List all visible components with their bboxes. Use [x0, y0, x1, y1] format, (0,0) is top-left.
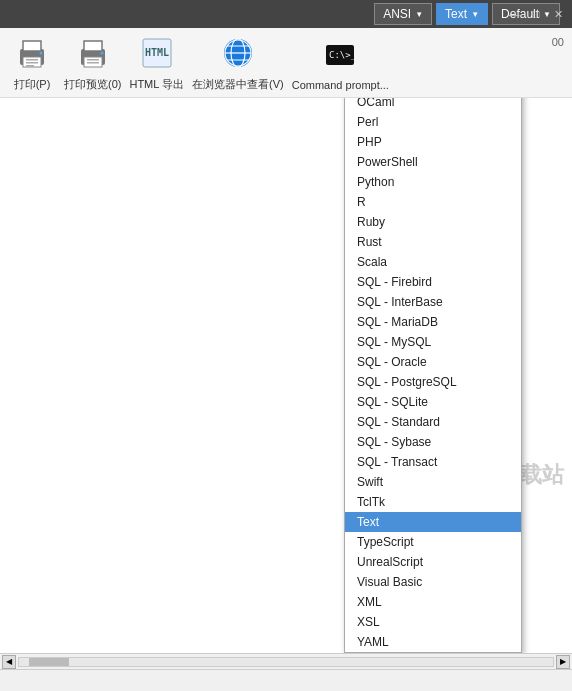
svg-rect-10 — [87, 59, 99, 61]
toolbar-right-value: 00 — [552, 32, 564, 48]
menu-item-rust[interactable]: Rust — [345, 232, 521, 252]
svg-rect-11 — [87, 62, 99, 64]
print-icon — [12, 33, 52, 73]
editor-region: nload) KotlinLaTexLispLuaMarkdownMATLABM… — [0, 98, 572, 653]
menu-item-sql-oracle[interactable]: SQL - Oracle — [345, 352, 521, 372]
menu-item-sql-mysql[interactable]: SQL - MySQL — [345, 332, 521, 352]
menu-item-yaml[interactable]: YAML — [345, 632, 521, 652]
toolbar: 打印(P) 打印预览(0) HTML — [0, 28, 572, 98]
editor-content[interactable]: nload) — [0, 98, 59, 540]
menu-item-ocaml[interactable]: OCaml — [345, 98, 521, 112]
menu-item-tcltk[interactable]: TclTk — [345, 492, 521, 512]
ansi-dropdown[interactable]: ANSI ▼ — [374, 3, 432, 25]
browser-icon — [218, 33, 258, 73]
svg-point-12 — [100, 52, 103, 55]
print-preview-button[interactable]: 打印预览(0) — [64, 33, 121, 92]
title-bar-buttons: — □ ✕ — [504, 4, 568, 24]
menu-item-sql-standard[interactable]: SQL - Standard — [345, 412, 521, 432]
svg-rect-5 — [26, 65, 34, 67]
browser-button[interactable]: 在浏览器中查看(V) — [192, 33, 284, 92]
html-export-icon: HTML — [137, 33, 177, 73]
menu-item-sql-firebird[interactable]: SQL - Firebird — [345, 272, 521, 292]
svg-text:HTML: HTML — [145, 47, 169, 58]
menu-item-sql-sybase[interactable]: SQL - Sybase — [345, 432, 521, 452]
menu-item-xsl[interactable]: XSL — [345, 612, 521, 632]
menu-item-visual-basic[interactable]: Visual Basic — [345, 572, 521, 592]
scroll-thumb[interactable] — [29, 658, 69, 666]
maximize-button[interactable]: □ — [526, 4, 546, 24]
cmd-button[interactable]: C:\>_ Command prompt... — [292, 35, 389, 91]
ansi-arrow-icon: ▼ — [415, 10, 423, 19]
text-arrow-icon: ▼ — [471, 10, 479, 19]
menu-item-python[interactable]: Python — [345, 172, 521, 192]
menu-item-sql-sqlite[interactable]: SQL - SQLite — [345, 392, 521, 412]
menu-item-text[interactable]: Text — [345, 512, 521, 532]
html-export-label: HTML 导出 — [129, 77, 184, 92]
browser-label: 在浏览器中查看(V) — [192, 77, 284, 92]
menu-item-sql-interbase[interactable]: SQL - InterBase — [345, 292, 521, 312]
close-button[interactable]: ✕ — [548, 4, 568, 24]
menu-item-xml[interactable]: XML — [345, 592, 521, 612]
scroll-left-button[interactable]: ◀ — [2, 655, 16, 669]
menu-item-powershell[interactable]: PowerShell — [345, 152, 521, 172]
print-button[interactable]: 打印(P) — [8, 33, 56, 92]
menu-item-typescript[interactable]: TypeScript — [345, 532, 521, 552]
menu-item-scala[interactable]: Scala — [345, 252, 521, 272]
svg-rect-3 — [26, 59, 38, 61]
menu-item-r[interactable]: R — [345, 192, 521, 212]
print-preview-label: 打印预览(0) — [64, 77, 121, 92]
html-export-button[interactable]: HTML HTML 导出 — [129, 33, 184, 92]
svg-text:C:\>_: C:\>_ — [329, 50, 357, 60]
scroll-track[interactable] — [18, 657, 554, 667]
main-container: ANSI ▼ Text ▼ Default ▼ — □ ✕ — [0, 0, 572, 691]
cmd-icon: C:\>_ — [320, 35, 360, 75]
menu-item-unrealscript[interactable]: UnrealScript — [345, 552, 521, 572]
menu-item-swift[interactable]: Swift — [345, 472, 521, 492]
scroll-right-button[interactable]: ▶ — [556, 655, 570, 669]
text-dropdown[interactable]: Text ▼ — [436, 3, 488, 25]
print-preview-icon — [73, 33, 113, 73]
svg-rect-1 — [23, 41, 41, 51]
svg-point-6 — [40, 52, 43, 55]
h-scrollbar: ◀ ▶ — [0, 653, 572, 669]
menu-item-sql-postgresql[interactable]: SQL - PostgreSQL — [345, 372, 521, 392]
language-dropdown-menu[interactable]: KotlinLaTexLispLuaMarkdownMATLABMIMEMS-D… — [344, 98, 522, 653]
svg-rect-8 — [84, 41, 102, 51]
menu-item-perl[interactable]: Perl — [345, 112, 521, 132]
status-bar — [0, 669, 572, 691]
cmd-label: Command prompt... — [292, 79, 389, 91]
menu-item-sql-transact[interactable]: SQL - Transact — [345, 452, 521, 472]
minimize-button[interactable]: — — [504, 4, 524, 24]
svg-rect-4 — [26, 62, 38, 64]
menu-item-php[interactable]: PHP — [345, 132, 521, 152]
menu-item-ruby[interactable]: Ruby — [345, 212, 521, 232]
title-bar: ANSI ▼ Text ▼ Default ▼ — □ ✕ — [0, 0, 572, 28]
menu-item-sql-mariadb[interactable]: SQL - MariaDB — [345, 312, 521, 332]
print-label: 打印(P) — [14, 77, 51, 92]
